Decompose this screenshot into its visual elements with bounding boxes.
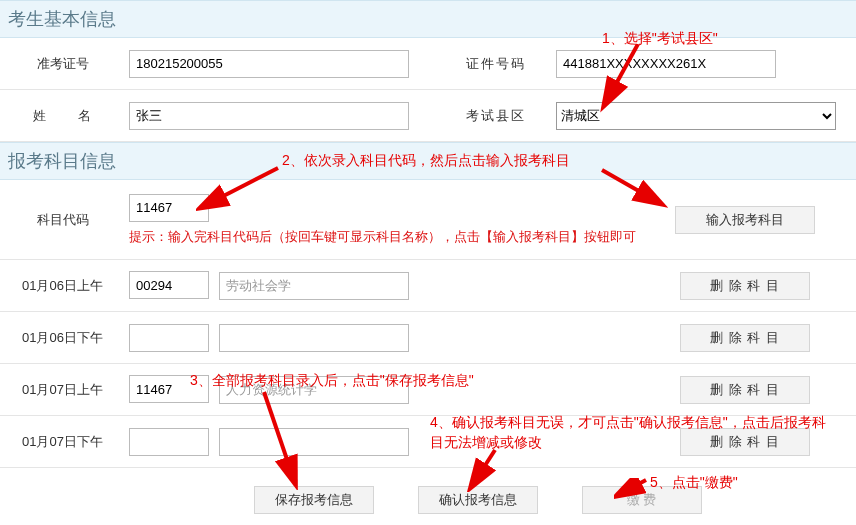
slot-row-0: 01月06日上午 删 除 科 目	[0, 260, 856, 312]
slot-label-3: 01月07日下午	[0, 433, 125, 451]
confirm-button[interactable]: 确认报考信息	[418, 486, 538, 514]
section-subjects-header: 报考科目信息	[0, 142, 856, 180]
slot-row-2: 01月07日上午 删 除 科 目	[0, 364, 856, 416]
id-value-cell	[556, 50, 856, 78]
slot-code-0[interactable]	[129, 271, 209, 299]
subject-code-label: 科目代码	[0, 211, 125, 229]
delete-button-1[interactable]: 删 除 科 目	[680, 324, 810, 352]
pay-button[interactable]: 缴 费	[582, 486, 702, 514]
subject-hint: 提示：输入完科目代码后（按回车键可显示科目名称），点击【输入报考科目】按钮即可	[129, 228, 660, 246]
slot-code-1[interactable]	[129, 324, 209, 352]
slot-code-2[interactable]	[129, 375, 209, 403]
county-value-cell: 清城区	[556, 102, 856, 130]
slot-row-1: 01月06日下午 删 除 科 目	[0, 312, 856, 364]
county-select[interactable]: 清城区	[556, 102, 836, 130]
id-label: 证件号码	[436, 55, 556, 73]
name-input[interactable]	[129, 102, 409, 130]
delete-button-3[interactable]: 删 除 科 目	[680, 428, 810, 456]
slot-code-3[interactable]	[129, 428, 209, 456]
ticket-value-cell	[125, 50, 436, 78]
slot-label-0: 01月06日上午	[0, 277, 125, 295]
input-subject-button[interactable]: 输入报考科目	[675, 206, 815, 234]
row-ticket-id: 准考证号 证件号码	[0, 38, 856, 90]
delete-button-2[interactable]: 删 除 科 目	[680, 376, 810, 404]
slot-label-2: 01月07日上午	[0, 381, 125, 399]
slot-label-1: 01月06日下午	[0, 329, 125, 347]
ticket-label: 准考证号	[0, 55, 125, 73]
ticket-input[interactable]	[129, 50, 409, 78]
row-name-county: 姓 名 考试县区 清城区	[0, 90, 856, 142]
slot-name-3	[219, 428, 409, 456]
row-subject-entry: 科目代码 提示：输入完科目代码后（按回车键可显示科目名称），点击【输入报考科目】…	[0, 180, 856, 260]
slot-name-0	[219, 272, 409, 300]
name-value-cell	[125, 102, 436, 130]
action-bar: 保存报考信息 确认报考信息 缴 费	[0, 468, 856, 525]
subject-code-input[interactable]	[129, 194, 209, 222]
slot-name-2	[219, 376, 409, 404]
save-button[interactable]: 保存报考信息	[254, 486, 374, 514]
section-basic-header: 考生基本信息	[0, 0, 856, 38]
delete-button-0[interactable]: 删 除 科 目	[680, 272, 810, 300]
slot-row-3: 01月07日下午 删 除 科 目	[0, 416, 856, 468]
slot-name-1	[219, 324, 409, 352]
name-label: 姓 名	[0, 107, 125, 125]
id-input[interactable]	[556, 50, 776, 78]
county-label: 考试县区	[436, 107, 556, 125]
